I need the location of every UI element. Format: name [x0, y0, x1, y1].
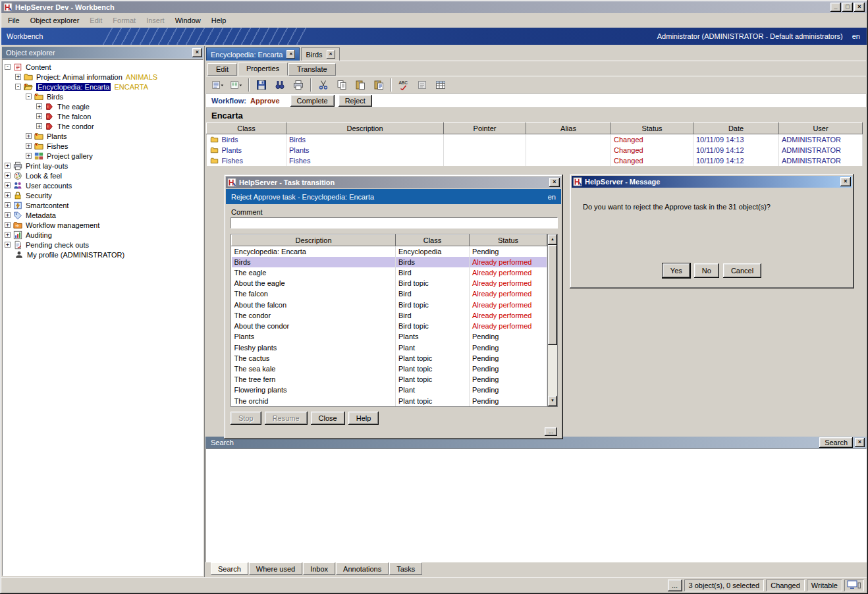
expand-icon[interactable]: + [36, 113, 42, 119]
tab-edit[interactable]: Edit [207, 63, 237, 76]
expand-icon[interactable]: + [15, 74, 21, 80]
column-header-description[interactable]: Description [286, 123, 444, 134]
table-row[interactable]: BirdsBirdsChanged10/11/09 14:13ADMINISTR… [207, 134, 863, 145]
expand-icon[interactable]: + [26, 143, 32, 149]
expand-icon[interactable]: + [5, 232, 11, 238]
tree-item-workflow-management[interactable]: +Workflow management [3, 220, 203, 230]
task-object-row[interactable]: BirdsBirdsAlready performed [232, 257, 547, 267]
copy-icon[interactable] [333, 77, 350, 92]
task-object-row[interactable]: The tree fernPlant topicPending [232, 374, 547, 385]
tree-item-content[interactable]: -Content [3, 62, 203, 72]
task-object-row[interactable]: The eagleBirdAlready performed [232, 267, 547, 278]
expand-icon[interactable]: + [5, 202, 11, 208]
tab-close-icon[interactable]: × [286, 50, 295, 59]
task-object-row[interactable]: PlantsPlantsPending [232, 331, 547, 342]
task-object-row[interactable]: About the condorBird topicAlready perfor… [232, 321, 547, 331]
view-menu-2-icon[interactable] [228, 77, 245, 92]
help-button[interactable]: Help [348, 412, 379, 425]
more-button[interactable]: ... [545, 427, 557, 436]
close-button[interactable]: Close [311, 412, 345, 425]
print-icon[interactable] [290, 77, 307, 92]
tree-item-pending-check-outs[interactable]: +Pending check outs [3, 240, 203, 250]
bottom-tab-search[interactable]: Search [211, 562, 248, 575]
tree-item-the-condor[interactable]: +The condor [3, 121, 203, 131]
paste-icon[interactable] [352, 77, 369, 92]
view-menu-icon[interactable] [209, 77, 227, 92]
menu-window[interactable]: Window [170, 14, 206, 26]
maximize-button[interactable]: □ [842, 3, 853, 12]
collapse-icon[interactable]: - [5, 64, 11, 70]
tree-item-plants[interactable]: +Plants [3, 131, 203, 141]
collapse-icon[interactable]: - [26, 94, 32, 99]
expand-icon[interactable]: + [5, 242, 11, 248]
task-object-row[interactable]: About the falconBird topicAlready perfor… [232, 300, 547, 310]
yes-button[interactable]: Yes [663, 263, 690, 278]
doc-tab-encyclopedia-encarta[interactable]: Encyclopedia: Encarta× [206, 47, 300, 61]
task-object-row[interactable]: Fleshy plantsPlantPending [232, 342, 547, 352]
search-button[interactable]: Search [819, 437, 853, 448]
column-header-pointer[interactable]: Pointer [444, 123, 526, 134]
expand-icon[interactable]: + [5, 192, 11, 198]
minimize-button[interactable]: _ [830, 3, 841, 12]
comment-input[interactable] [231, 217, 558, 229]
task-object-row[interactable]: About the eagleBird topicAlready perform… [232, 278, 547, 288]
tab-properties[interactable]: Properties [238, 63, 288, 76]
column-header-class[interactable]: Class [396, 235, 470, 246]
expand-icon[interactable]: + [26, 133, 32, 139]
scroll-up-icon[interactable]: ▲ [548, 234, 557, 245]
scroll-down-icon[interactable]: ▼ [548, 396, 557, 406]
tree-item-metadata[interactable]: +Metadata [3, 210, 203, 220]
column-header-user[interactable]: User [779, 123, 863, 134]
complete-button[interactable]: Complete [290, 95, 335, 107]
menu-help[interactable]: Help [206, 14, 232, 26]
table-row[interactable]: FishesFishesChanged10/11/09 14:12ADMINIS… [207, 155, 863, 166]
expand-icon[interactable]: + [5, 182, 11, 188]
task-object-row[interactable]: Encyclopedia: EncartaEncyclopediaPending [232, 246, 547, 257]
no-button[interactable]: No [694, 263, 719, 278]
save-icon[interactable] [253, 77, 270, 92]
table-row[interactable]: PlantsPlantsChanged10/11/09 14:12ADMINIS… [207, 145, 863, 155]
column-header-alias[interactable]: Alias [526, 123, 611, 134]
tree-item-birds[interactable]: -Birds [3, 92, 203, 101]
tree-item-user-accounts[interactable]: +User accounts [3, 180, 203, 190]
task-object-row[interactable]: The sea kalePlant topicPending [232, 364, 547, 374]
column-header-class[interactable]: Class [207, 123, 286, 134]
statusbar-more-button[interactable]: ... [668, 580, 682, 591]
language-indicator[interactable]: en [852, 32, 860, 40]
titlebar[interactable]: HelpServer Dev - Workbench _ □ × [1, 1, 867, 13]
expand-icon[interactable]: + [5, 222, 11, 228]
screen-resolution-icon[interactable] [844, 580, 864, 591]
tree-item-the-eagle[interactable]: +The eagle [3, 101, 203, 111]
find-icon[interactable] [271, 77, 288, 92]
task-object-row[interactable]: The falconBirdAlready performed [232, 288, 547, 299]
expand-icon[interactable]: + [5, 212, 11, 218]
tree-item-project-gallery[interactable]: +Project gallery [3, 151, 203, 161]
column-header-status[interactable]: Status [611, 123, 693, 134]
tab-translate[interactable]: Translate [288, 63, 335, 76]
tree-item-encyclopedia-encarta[interactable]: -Encyclopedia: EncartaENCARTA [3, 82, 203, 92]
readonly-icon[interactable] [414, 77, 431, 92]
close-button[interactable]: × [854, 3, 865, 12]
bottom-tab-inbox[interactable]: Inbox [303, 562, 335, 575]
tree-item-security[interactable]: +Security [3, 190, 203, 200]
menu-object-explorer[interactable]: Object explorer [25, 14, 85, 26]
tree-item-the-falcon[interactable]: +The falcon [3, 111, 203, 121]
column-header-status[interactable]: Status [470, 235, 547, 246]
spellcheck-icon[interactable]: ABC [395, 77, 412, 92]
bottom-tab-where-used[interactable]: Where used [249, 562, 302, 575]
bottom-tab-annotations[interactable]: Annotations [336, 562, 389, 575]
cancel-button[interactable]: Cancel [723, 263, 761, 278]
tree-item-my-profile-administrator[interactable]: My profile (ADMINISTRATOR) [3, 250, 203, 259]
tree-item-look-feel[interactable]: +Look & feel [3, 171, 203, 180]
task-object-row[interactable]: The orchidPlant topicPending [232, 396, 547, 406]
message-dialog-close-button[interactable]: × [840, 177, 851, 186]
search-results-area[interactable] [205, 448, 867, 562]
tab-close-icon[interactable]: × [327, 50, 335, 59]
collapse-icon[interactable]: - [15, 84, 21, 90]
task-object-row[interactable]: The cactusPlant topicPending [232, 353, 547, 364]
expand-icon[interactable]: + [26, 153, 32, 159]
column-header-description[interactable]: Description [232, 235, 396, 246]
task-dialog-titlebar[interactable]: HelpServer - Task transition × [226, 176, 561, 188]
tree-item-smartcontent[interactable]: +Smartcontent [3, 200, 203, 210]
column-header-date[interactable]: Date [693, 123, 779, 134]
